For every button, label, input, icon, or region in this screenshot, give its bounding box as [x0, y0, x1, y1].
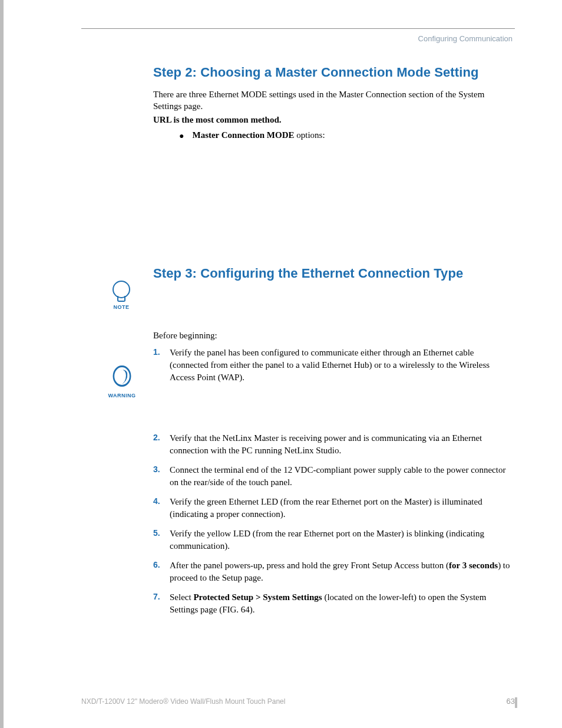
- i7-a: Select: [170, 592, 193, 602]
- footer-accent-bar: [515, 697, 517, 708]
- list-item: Select Protected Setup > System Settings…: [153, 591, 513, 616]
- step3-ordered-list-cont: Verify that the NetLinx Master is receiv…: [153, 432, 513, 616]
- footer-product: NXD/T-1200V 12" Modero® Video Wall/Flush…: [81, 697, 285, 706]
- bullet-text: Master Connection MODE options:: [192, 130, 325, 142]
- note-icon: NOTE: [110, 281, 133, 310]
- list-item: Connect the terminal end of the 12 VDC-c…: [153, 464, 513, 489]
- i6-bold: for 3 seconds: [449, 561, 498, 570]
- spacer: [153, 142, 513, 266]
- step3-ordered-list: Verify the panel has been configured to …: [153, 347, 513, 384]
- bullet-dot-icon: ●: [179, 130, 184, 142]
- list-item: Verify the green Ethernet LED (from the …: [153, 496, 513, 521]
- page-footer: NXD/T-1200V 12" Modero® Video Wall/Flush…: [81, 697, 515, 706]
- list-item: Verify the yellow LED (from the rear Eth…: [153, 528, 513, 552]
- note-label: NOTE: [110, 304, 133, 310]
- list-item: After the panel powers-up, press and hol…: [153, 559, 513, 584]
- step2-heading: Step 2: Choosing a Master Connection Mod…: [153, 65, 513, 80]
- list-item: Verify the panel has been configured to …: [153, 347, 513, 384]
- step2-bullet: ● Master Connection MODE options:: [179, 130, 513, 142]
- bullet-rest: options:: [295, 130, 325, 140]
- warning-label: WARNING: [107, 393, 137, 398]
- document-page: Configuring Communication NOTE WARNING S…: [0, 0, 562, 728]
- bullet-bold: Master Connection MODE: [192, 130, 294, 140]
- header-section-label: Configuring Communication: [418, 34, 513, 43]
- warning-icon: WARNING: [107, 365, 137, 398]
- bolt-icon: [113, 365, 131, 387]
- main-content: Step 2: Choosing a Master Connection Mod…: [153, 65, 513, 623]
- spacer: [153, 391, 513, 432]
- i6-a: After the panel powers-up, press and hol…: [170, 561, 449, 570]
- lightbulb-icon: [113, 281, 130, 298]
- step2-intro-2: URL is the most common method.: [153, 114, 513, 126]
- step3-before: Before beginning:: [153, 331, 513, 341]
- list-item: Verify that the NetLinx Master is receiv…: [153, 432, 513, 457]
- step2-intro-1: There are three Ethernet MODE settings u…: [153, 88, 513, 113]
- page-number: 63: [507, 697, 515, 706]
- step3-heading: Step 3: Configuring the Ethernet Connect…: [153, 266, 513, 281]
- spacer: [153, 289, 513, 331]
- i7-bold: Protected Setup > System Settings: [193, 592, 322, 602]
